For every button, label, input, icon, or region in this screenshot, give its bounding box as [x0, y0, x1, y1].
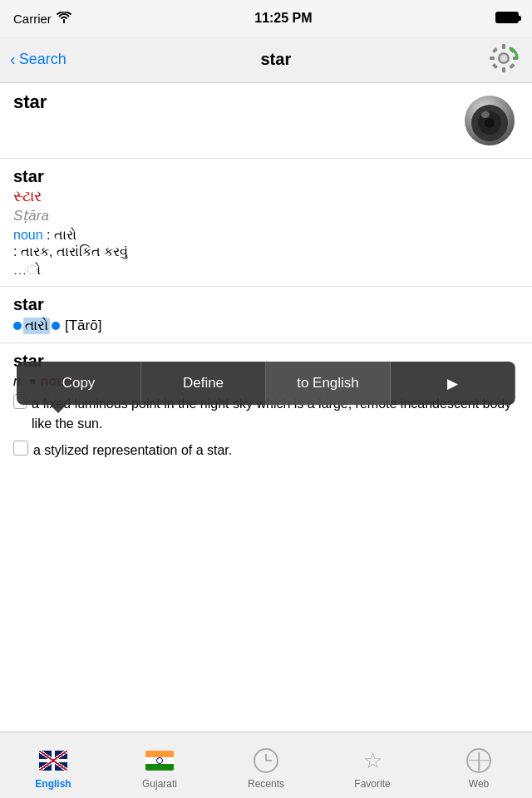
speaker-icon [461, 91, 519, 150]
tab-web[interactable]: Web [426, 732, 532, 798]
back-button[interactable]: ‹ Search [10, 50, 66, 69]
svg-rect-4 [490, 57, 495, 60]
tab-gujarati-label: Gujarati [142, 778, 177, 790]
svg-rect-6 [492, 47, 498, 52]
selected-text[interactable]: તારો [23, 318, 50, 334]
entry-roman: Sṭāra [13, 207, 519, 224]
context-menu: Copy Define to English ▶ [17, 362, 515, 405]
tab-favorite[interactable]: ☆ Favorite [319, 732, 426, 798]
english-flag-icon [39, 746, 67, 775]
entry-header: star [0, 83, 532, 159]
svg-rect-9 [509, 62, 515, 68]
entry-word: star [13, 167, 519, 186]
entry-pos-line1: noun : તારો [13, 228, 519, 243]
settings-button[interactable] [485, 40, 522, 80]
content-area: star star સ્ટાર Sṭāra noun [0, 83, 532, 748]
svg-point-13 [485, 118, 495, 128]
favorite-icon: ☆ [358, 746, 387, 775]
carrier-label: Carrier [13, 12, 52, 26]
web-icon [465, 746, 493, 775]
context-arrow [50, 405, 66, 413]
header-word: star [13, 91, 47, 113]
define-button[interactable]: Define [141, 362, 266, 405]
checkbox-2[interactable] [13, 441, 28, 456]
selection-handle-left [13, 322, 22, 330]
dict-entry-gujarati: star સ્ટાર Sṭāra noun : તારો : તારક, તાર… [0, 159, 532, 287]
gear-icon [485, 40, 522, 76]
definition-text-2: a stylized representation of a star. [33, 441, 232, 461]
tab-favorite-label: Favorite [354, 778, 390, 790]
speaker-button[interactable] [461, 91, 519, 153]
back-chevron: ‹ [10, 50, 16, 69]
nav-bar: ‹ Search star [0, 37, 532, 83]
entry-meaning2: : તારક, તારાંકિત કરવું [13, 244, 519, 259]
tab-recents[interactable]: Recents [213, 732, 319, 798]
selected-text-entry: star તારો [Tārō] [0, 287, 532, 343]
time-display: 11:25 PM [254, 11, 312, 26]
tab-english-label: English [35, 778, 71, 790]
svg-point-1 [500, 54, 507, 62]
copy-button[interactable]: Copy [17, 362, 141, 405]
tab-bar: English Gujarati Recents ☆ Favorite Web [0, 732, 532, 798]
definition-2: a stylized representation of a star. [13, 441, 519, 461]
tab-web-label: Web [469, 778, 489, 790]
carrier-info: Carrier [13, 12, 71, 26]
back-label[interactable]: Search [19, 51, 66, 68]
play-button[interactable]: ▶ [391, 362, 515, 405]
recents-icon [252, 746, 280, 775]
selected-line: તારો [Tārō] [13, 318, 519, 334]
page-title: star [261, 50, 292, 69]
romanized-text: [Tārō] [65, 318, 101, 334]
svg-rect-8 [492, 62, 498, 68]
entry-gujarati: સ્ટાર [13, 188, 519, 205]
wifi-icon [57, 12, 71, 26]
tab-english[interactable]: English [0, 732, 106, 798]
entry-word-2: star [13, 295, 519, 314]
tab-gujarati[interactable]: Gujarati [106, 732, 213, 798]
to-english-button[interactable]: to English [266, 362, 391, 405]
status-bar: Carrier 11:25 PM [0, 0, 532, 37]
tab-recents-label: Recents [248, 778, 284, 790]
svg-rect-3 [502, 67, 505, 72]
meaning1: : તારો [47, 228, 76, 242]
svg-rect-2 [502, 44, 505, 49]
selection-handle-right [52, 322, 60, 330]
pos-label: noun [13, 228, 43, 242]
battery-indicator [495, 12, 519, 26]
entry-extra: …ો [13, 263, 519, 278]
gujarati-flag-icon [145, 746, 174, 775]
